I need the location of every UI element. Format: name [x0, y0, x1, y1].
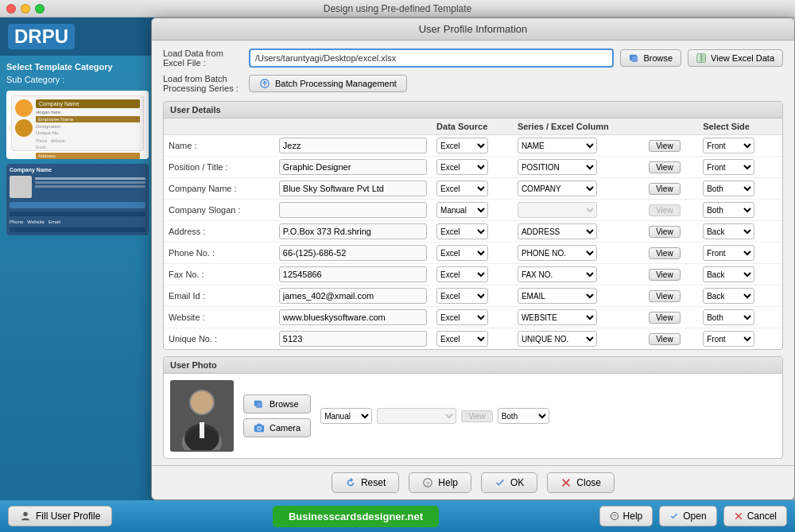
photo-source-select[interactable]: Manual Excel — [320, 408, 372, 424]
source-select-8[interactable]: ExcelManual — [436, 309, 488, 325]
field-input-cell-5[interactable] — [274, 243, 432, 264]
view-button-9[interactable]: View — [649, 333, 681, 345]
field-input-7[interactable] — [279, 288, 427, 304]
field-input-cell-6[interactable] — [274, 264, 432, 285]
ok-button[interactable]: OK — [481, 472, 537, 493]
view-button-6[interactable]: View — [649, 269, 681, 281]
column-select-0[interactable]: NAME — [518, 138, 597, 153]
field-input-cell-3[interactable] — [274, 200, 432, 221]
field-input-5[interactable] — [279, 245, 427, 261]
side-cell-5[interactable]: FrontBackBoth — [698, 243, 782, 264]
source-cell-7[interactable]: ExcelManual — [432, 285, 513, 307]
column-cell-9[interactable]: UNIQUE NO. — [513, 328, 644, 350]
view-cell-9[interactable]: View — [644, 328, 698, 350]
photo-browse-button[interactable]: Browse — [243, 394, 311, 414]
fill-user-profile-button[interactable]: Fill User Profile — [8, 506, 112, 526]
view-cell-4[interactable]: View — [644, 221, 698, 243]
view-button-7[interactable]: View — [649, 290, 681, 302]
field-input-1[interactable] — [279, 159, 427, 175]
source-select-6[interactable]: ExcelManual — [436, 266, 488, 282]
side-cell-4[interactable]: FrontBackBoth — [698, 221, 782, 243]
field-input-3[interactable] — [279, 202, 427, 218]
source-select-3[interactable]: ExcelManual — [436, 202, 488, 218]
side-cell-8[interactable]: FrontBackBoth — [698, 307, 782, 328]
column-select-9[interactable]: UNIQUE NO. — [518, 331, 597, 347]
source-select-7[interactable]: ExcelManual — [436, 288, 488, 304]
help-button[interactable]: ? Help — [409, 472, 471, 493]
open-button[interactable]: Open — [659, 506, 716, 526]
source-cell-8[interactable]: ExcelManual — [432, 307, 513, 328]
column-select-7[interactable]: EMAIL — [518, 288, 597, 304]
source-select-0[interactable]: ExcelManual — [436, 138, 488, 153]
side-cell-1[interactable]: FrontBackBoth — [698, 157, 782, 178]
source-cell-9[interactable]: ExcelManual — [432, 328, 513, 350]
side-select-8[interactable]: FrontBackBoth — [703, 309, 754, 325]
source-select-9[interactable]: ExcelManual — [436, 331, 488, 347]
view-cell-2[interactable]: View — [644, 178, 698, 200]
column-select-8[interactable]: WEBSITE — [518, 309, 597, 325]
view-excel-button[interactable]: View Excel Data — [688, 49, 783, 67]
view-cell-1[interactable]: View — [644, 157, 698, 178]
side-select-4[interactable]: FrontBackBoth — [703, 223, 754, 239]
side-cell-9[interactable]: FrontBackBoth — [698, 328, 782, 350]
source-select-5[interactable]: ExcelManual — [436, 245, 488, 261]
side-select-1[interactable]: FrontBackBoth — [703, 159, 754, 175]
bottom-help-button[interactable]: ? Help — [599, 506, 653, 526]
field-input-2[interactable] — [279, 181, 427, 196]
photo-column-select[interactable] — [377, 408, 456, 424]
field-input-cell-8[interactable] — [274, 307, 432, 328]
side-cell-3[interactable]: FrontBackBoth — [698, 200, 782, 221]
view-button-5[interactable]: View — [649, 247, 681, 259]
file-path-input[interactable] — [249, 49, 614, 68]
side-select-0[interactable]: FrontBackBoth — [703, 138, 754, 153]
field-input-9[interactable] — [279, 331, 427, 347]
side-cell-7[interactable]: FrontBackBoth — [698, 285, 782, 307]
field-input-6[interactable] — [279, 266, 427, 282]
cancel-button[interactable]: Cancel — [723, 506, 787, 526]
source-select-1[interactable]: ExcelManual — [436, 159, 488, 175]
card-preview-1[interactable]: Company Name slogan here Employee Name D… — [6, 91, 149, 159]
batch-processing-button[interactable]: Batch Processing Management — [249, 75, 407, 92]
column-select-4[interactable]: ADDRESS — [518, 223, 597, 239]
field-input-0[interactable] — [279, 138, 427, 153]
view-button-4[interactable]: View — [649, 226, 681, 238]
field-input-cell-7[interactable] — [274, 285, 432, 307]
column-cell-8[interactable]: WEBSITE — [513, 307, 644, 328]
view-cell-6[interactable]: View — [644, 264, 698, 285]
column-cell-6[interactable]: FAX NO. — [513, 264, 644, 285]
side-select-3[interactable]: FrontBackBoth — [703, 202, 754, 218]
view-cell-7[interactable]: View — [644, 285, 698, 307]
column-cell-1[interactable]: POSITION — [513, 157, 644, 178]
window-controls[interactable] — [6, 4, 45, 14]
column-cell-4[interactable]: ADDRESS — [513, 221, 644, 243]
column-cell-2[interactable]: COMPANY — [513, 178, 644, 200]
source-cell-1[interactable]: ExcelManual — [432, 157, 513, 178]
column-select-2[interactable]: COMPANY — [518, 181, 597, 196]
field-input-4[interactable] — [279, 223, 427, 239]
field-input-cell-4[interactable] — [274, 221, 432, 243]
view-cell-0[interactable]: View — [644, 135, 698, 157]
source-select-4[interactable]: ExcelManual — [436, 223, 488, 239]
view-cell-8[interactable]: View — [644, 307, 698, 328]
source-cell-2[interactable]: ExcelManual — [432, 178, 513, 200]
source-cell-6[interactable]: ExcelManual — [432, 264, 513, 285]
browse-excel-button[interactable]: Browse — [620, 49, 681, 67]
side-select-9[interactable]: FrontBackBoth — [703, 331, 754, 347]
minimize-window-button[interactable] — [21, 4, 30, 14]
side-cell-6[interactable]: FrontBackBoth — [698, 264, 782, 285]
source-cell-5[interactable]: ExcelManual — [432, 243, 513, 264]
reset-button[interactable]: Reset — [332, 472, 399, 493]
side-select-2[interactable]: FrontBackBoth — [703, 181, 754, 196]
side-cell-0[interactable]: FrontBackBoth — [698, 135, 782, 157]
view-cell-5[interactable]: View — [644, 243, 698, 264]
source-cell-3[interactable]: ExcelManual — [432, 200, 513, 221]
view-button-1[interactable]: View — [649, 161, 681, 173]
column-cell-0[interactable]: NAME — [513, 135, 644, 157]
card-preview-2[interactable]: Company Name Phone Website Email — [6, 164, 149, 235]
field-input-8[interactable] — [279, 309, 427, 325]
column-cell-7[interactable]: EMAIL — [513, 285, 644, 307]
photo-camera-button[interactable]: Camera — [243, 418, 311, 437]
field-input-cell-9[interactable] — [274, 328, 432, 350]
close-button[interactable]: Close — [547, 472, 615, 493]
field-input-cell-1[interactable] — [274, 157, 432, 178]
